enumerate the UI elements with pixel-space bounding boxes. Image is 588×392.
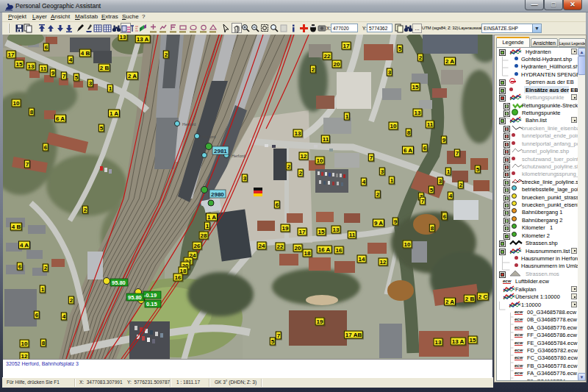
- svg-text:Herford: Herford: [202, 135, 215, 139]
- svg-text:2981: 2981: [214, 148, 227, 154]
- svg-text:Herford: Herford: [232, 154, 245, 158]
- svg-text:Herford: Herford: [182, 122, 196, 126]
- svg-text:2980: 2980: [211, 191, 224, 198]
- svg-text:-0.19: -0.19: [144, 292, 157, 299]
- svg-text:0.15: 0.15: [146, 301, 157, 307]
- svg-text:95.80: 95.80: [112, 279, 126, 286]
- svg-text:95.80: 95.80: [128, 294, 142, 301]
